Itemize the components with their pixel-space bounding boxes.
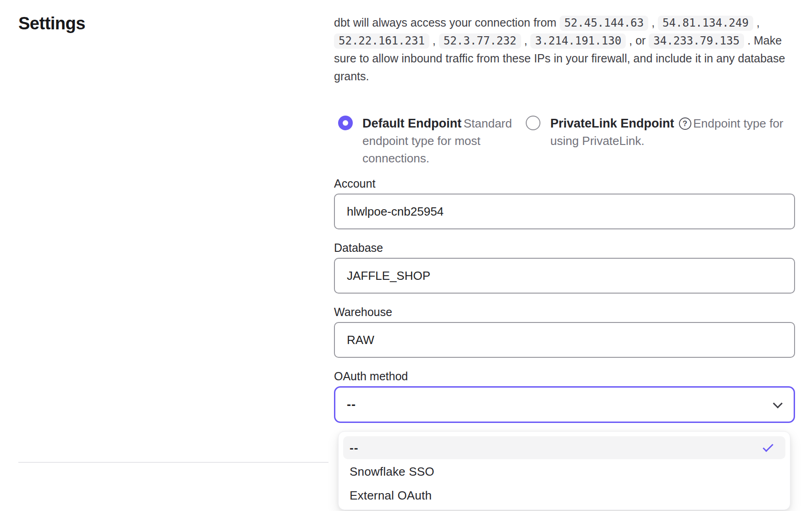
help-question-icon[interactable]: ? <box>679 117 691 130</box>
radio-selected-icon[interactable] <box>338 116 353 130</box>
page-title: Settings <box>18 14 85 33</box>
radio-option-privatelink-endpoint[interactable]: PrivateLink Endpoint? Endpoint type for … <box>526 115 795 167</box>
ip-allowlist-note: dbt will always access your connection f… <box>334 14 795 85</box>
connection-settings-form: dbt will always access your connection f… <box>334 14 795 510</box>
dropdown-option-snowflake-sso[interactable]: Snowflake SSO <box>343 460 785 483</box>
account-field-group: Account <box>334 177 795 229</box>
database-label: Database <box>334 241 795 254</box>
account-label: Account <box>334 177 795 190</box>
oauth-method-label: OAuth method <box>334 370 795 383</box>
oauth-method-select[interactable]: -- <box>334 386 795 423</box>
oauth-method-field-group: OAuth method -- <box>334 370 795 423</box>
radio-option-default-endpoint[interactable]: Default Endpoint Standard endpoint type … <box>338 115 526 167</box>
ip-address-chip: 34.233.79.135 <box>649 33 744 49</box>
ip-address-chip: 54.81.134.249 <box>658 16 753 31</box>
warehouse-field-group: Warehouse <box>334 305 795 358</box>
dropdown-option-label: Snowflake SSO <box>350 465 434 479</box>
ip-address-chip: 3.214.191.130 <box>530 33 626 49</box>
oauth-method-dropdown-menu: -- Snowflake SSO External OAuth <box>338 431 790 510</box>
endpoint-type-radio-group: Default Endpoint Standard endpoint type … <box>338 115 795 167</box>
radio-unselected-icon[interactable] <box>526 116 540 130</box>
chevron-down-icon <box>773 399 783 408</box>
ip-address-chip: 52.22.161.231 <box>334 33 429 49</box>
warehouse-input[interactable] <box>334 322 795 358</box>
ip-address-chip: 52.45.144.63 <box>560 16 648 31</box>
dropdown-option-external-oauth[interactable]: External OAuth <box>343 484 785 507</box>
dropdown-option-label: External OAuth <box>350 489 432 503</box>
dropdown-option-label: -- <box>350 441 358 455</box>
warehouse-label: Warehouse <box>334 305 795 318</box>
ip-note-intro: dbt will always access your connection f… <box>334 16 560 29</box>
database-field-group: Database <box>334 241 795 294</box>
default-endpoint-label: Default Endpoint <box>362 115 462 132</box>
ip-address-chip: 52.3.77.232 <box>439 33 521 49</box>
oauth-method-selected-value: -- <box>347 398 356 412</box>
privatelink-endpoint-label: PrivateLink Endpoint <box>550 115 674 132</box>
check-icon <box>763 441 773 452</box>
database-input[interactable] <box>334 258 795 294</box>
dropdown-option-none[interactable]: -- <box>343 436 785 459</box>
section-divider <box>18 462 328 463</box>
account-input[interactable] <box>334 194 795 229</box>
